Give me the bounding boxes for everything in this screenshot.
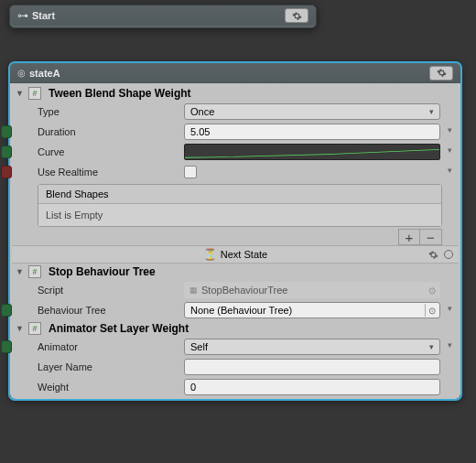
curve-field[interactable]: [184, 144, 440, 160]
curve-row: Curve ▾: [12, 142, 459, 162]
curve-port[interactable]: [1, 145, 12, 158]
list-remove-button[interactable]: −: [420, 229, 442, 245]
realtime-checkbox[interactable]: [184, 166, 197, 178]
animator-value: Self: [190, 341, 208, 352]
duration-input[interactable]: 5.05: [184, 124, 440, 140]
weight-row: Weight 0: [12, 377, 459, 397]
type-value: Once: [190, 106, 214, 117]
statea-header[interactable]: ◎ stateA: [10, 63, 460, 83]
bt-row: Behaviour Tree None (Behaviour Tree) ⊙ ▾: [12, 300, 459, 320]
tween-component-header[interactable]: ▼ # Tween Blend Shape Weight: [12, 85, 459, 102]
foldout-icon[interactable]: ▼: [16, 324, 25, 333]
bt-menu-icon[interactable]: ▾: [448, 304, 457, 313]
statea-title: stateA: [29, 68, 60, 79]
type-label: Type: [38, 106, 184, 117]
weight-label: Weight: [38, 382, 184, 393]
duration-port[interactable]: [1, 125, 12, 138]
start-node[interactable]: ⊶ Start: [9, 5, 317, 28]
link-icon: ⊶: [17, 9, 28, 22]
script-file-icon: ▦: [189, 285, 198, 295]
script-row: Script ▦ StopBehaviourTree ⊙: [12, 280, 459, 300]
animlayer-component-header[interactable]: ▼ # Animator Set Layer Weight: [12, 320, 459, 337]
object-picker-icon: ⊙: [426, 284, 438, 296]
realtime-port[interactable]: [1, 166, 12, 178]
animator-label: Animator: [38, 341, 184, 352]
animator-dropdown[interactable]: Self: [184, 339, 440, 355]
layername-row: Layer Name: [12, 357, 459, 377]
layername-input[interactable]: [184, 359, 440, 375]
start-header[interactable]: ⊶ Start: [10, 5, 316, 26]
hourglass-icon: ⏳: [203, 248, 217, 261]
animator-port[interactable]: [1, 340, 12, 353]
curve-label: Curve: [38, 146, 184, 157]
realtime-row: Use Realtime ▾: [12, 162, 459, 182]
type-dropdown[interactable]: Once: [184, 103, 440, 120]
layername-label: Layer Name: [38, 361, 184, 372]
stopbt-title: Stop Behaviour Tree: [49, 265, 156, 278]
transition-bar[interactable]: ⏳ Next State: [12, 245, 459, 264]
bt-value: None (Behaviour Tree): [190, 305, 292, 316]
animator-menu-icon[interactable]: ▾: [448, 340, 457, 350]
object-picker-icon[interactable]: ⊙: [425, 304, 438, 317]
duration-row: Duration 5.05 ▾: [12, 122, 459, 142]
circle-icon[interactable]: [444, 250, 453, 259]
weight-input[interactable]: 0: [184, 379, 440, 395]
blendshapes-list: Blend Shapes List is Empty: [38, 184, 442, 227]
blendshapes-header: Blend Shapes: [38, 185, 441, 204]
script-icon: #: [28, 265, 41, 278]
animator-row: Animator Self ▾: [12, 337, 459, 357]
transition-label: Next State: [221, 249, 267, 260]
statea-settings-button[interactable]: [429, 66, 453, 81]
bt-port[interactable]: [1, 304, 12, 317]
type-row: Type Once: [12, 102, 459, 122]
foldout-icon[interactable]: ▼: [16, 267, 25, 276]
script-icon: #: [28, 87, 41, 100]
blendshapes-empty: List is Empty: [38, 204, 441, 226]
realtime-menu-icon[interactable]: ▾: [448, 166, 457, 175]
gear-icon: [292, 11, 302, 21]
target-icon: ◎: [17, 68, 26, 78]
start-settings-button[interactable]: [285, 8, 308, 23]
bt-object-field[interactable]: None (Behaviour Tree) ⊙: [184, 302, 440, 318]
curve-menu-icon[interactable]: ▾: [448, 145, 457, 155]
duration-menu-icon[interactable]: ▾: [448, 125, 457, 135]
statea-body: ▼ # Tween Blend Shape Weight Type Once D…: [10, 83, 460, 399]
realtime-label: Use Realtime: [38, 167, 184, 178]
script-label: Script: [38, 285, 184, 296]
start-title: Start: [32, 10, 55, 21]
script-icon: #: [28, 322, 41, 335]
script-value: StopBehaviourTree: [201, 285, 287, 296]
bt-label: Behaviour Tree: [38, 305, 184, 316]
script-field: ▦ StopBehaviourTree ⊙: [184, 282, 440, 298]
weight-value: 0: [190, 382, 196, 393]
gear-icon: [437, 68, 447, 78]
statea-node[interactable]: ◎ stateA ▼ # Tween Blend Shape Weight Ty…: [9, 62, 461, 400]
foldout-icon[interactable]: ▼: [16, 89, 25, 98]
duration-label: Duration: [38, 126, 184, 137]
stopbt-component-header[interactable]: ▼ # Stop Behaviour Tree: [12, 264, 459, 280]
list-add-button[interactable]: +: [398, 229, 420, 245]
tween-title: Tween Blend Shape Weight: [49, 87, 191, 100]
gear-icon[interactable]: [428, 250, 438, 260]
duration-value: 5.05: [190, 126, 210, 137]
animlayer-title: Animator Set Layer Weight: [49, 322, 189, 335]
